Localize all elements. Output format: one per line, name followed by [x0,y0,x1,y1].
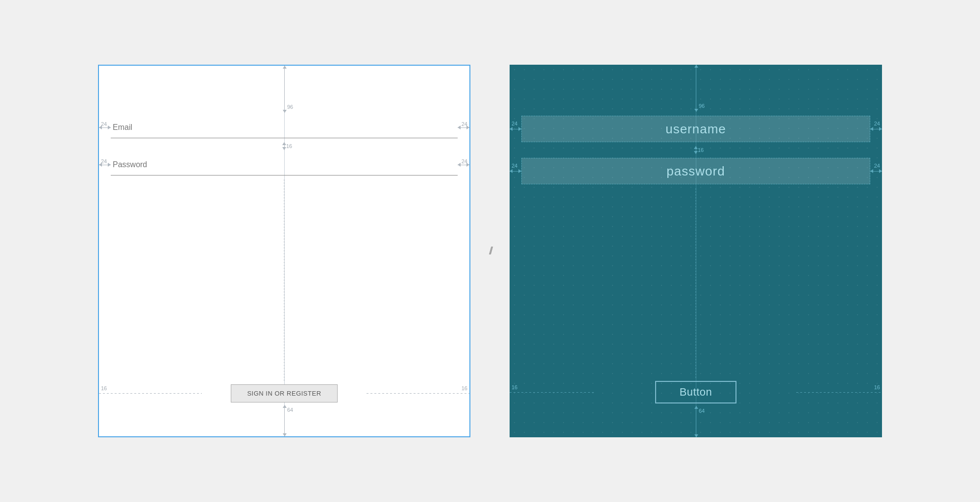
rp-zigzag-spacer [510,188,882,378]
divider-symbol: // [489,245,491,257]
top-measure-line-right [696,65,696,112]
zigzag-spacer [99,179,469,381]
rp-left-measure-username: 24 [512,121,517,126]
left-measure-email-label: 24 [101,121,107,127]
email-input[interactable] [111,117,458,138]
button-row: 16 SIGN IN OR REGISTER 16 [99,381,469,405]
bottom-measure-line-right [696,406,696,437]
gap-measure: 16 [99,142,469,150]
gap-label: 16 [286,143,292,149]
bottom-measure-label-right: 64 [699,408,705,414]
rp-right-measure-username: 24 [874,121,880,126]
password-input[interactable] [111,154,458,176]
left-panel: 96 64 24 24 [98,65,470,437]
rp-button[interactable]: Button [655,381,737,403]
top-measure-label-left: 96 [287,104,293,110]
left-measure-pw-label: 24 [101,158,107,164]
signin-button[interactable]: SIGN IN OR REGISTER [231,384,337,402]
btn-measure-left-label: 16 [101,385,107,391]
username-row: 24 24 username [510,112,882,146]
email-row: 24 24 [99,113,469,142]
rp-btn-measure-left: 16 [512,384,517,390]
rp-gap-measure: 16 [510,146,882,154]
rp-btn-measure-right: 16 [874,384,880,390]
divider: // [470,245,510,257]
username-label: username [665,122,726,137]
username-field[interactable]: username [521,116,870,142]
right-measure-pw-label: 24 [462,158,467,164]
rp-right-measure-pw: 24 [874,163,880,169]
rp-button-row: 16 Button 16 [510,378,882,406]
password-row: 24 24 [99,150,469,179]
right-measure-email-label: 24 [462,121,467,127]
rp-password-field[interactable]: password [521,158,870,184]
bottom-measure-line-left [284,405,285,436]
top-measure-line-left [284,66,285,113]
bottom-measure-label-left: 64 [287,407,293,413]
rp-password-row: 24 24 password [510,154,882,188]
right-panel: 96 64 24 24 username [510,65,882,437]
rp-gap-label: 16 [698,147,704,153]
btn-measure-right-label: 16 [462,385,467,391]
rp-password-label: password [666,164,725,179]
rp-left-measure-pw: 24 [512,163,517,169]
top-measure-label-right: 96 [699,103,705,109]
